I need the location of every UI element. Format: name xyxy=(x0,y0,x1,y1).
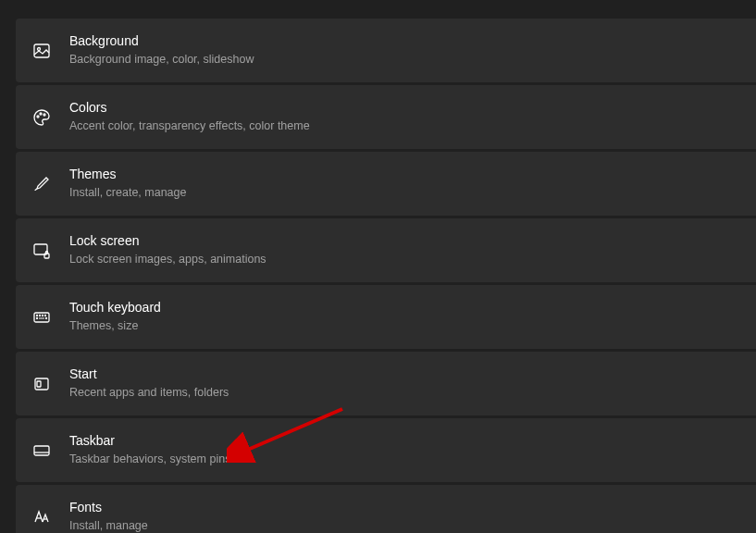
svg-point-12 xyxy=(37,317,38,318)
svg-rect-16 xyxy=(37,381,41,387)
settings-item-taskbar[interactable]: Taskbar Taskbar behaviors, system pins xyxy=(16,418,756,482)
svg-point-14 xyxy=(46,317,47,318)
start-icon xyxy=(31,373,53,395)
svg-point-11 xyxy=(45,315,46,316)
svg-point-1 xyxy=(38,47,41,50)
item-subtitle: Install, create, manage xyxy=(69,185,186,202)
image-icon xyxy=(31,40,53,62)
fonts-icon xyxy=(31,506,53,528)
settings-item-themes[interactable]: Themes Install, create, manage xyxy=(16,152,756,216)
item-title: Themes xyxy=(69,166,186,184)
palette-icon xyxy=(31,106,53,129)
svg-point-8 xyxy=(37,315,38,316)
item-title: Taskbar xyxy=(69,432,230,451)
item-title: Colors xyxy=(69,99,310,118)
item-subtitle: Background image, color, slideshow xyxy=(69,52,254,68)
item-title: Fonts xyxy=(69,499,148,517)
item-title: Start xyxy=(69,366,229,384)
svg-point-3 xyxy=(40,113,42,115)
keyboard-icon xyxy=(31,306,53,328)
item-title: Lock screen xyxy=(69,232,266,251)
settings-item-background[interactable]: Background Background image, color, slid… xyxy=(16,19,756,82)
item-subtitle: Recent apps and items, folders xyxy=(69,385,229,402)
taskbar-icon xyxy=(31,440,53,462)
brush-icon xyxy=(31,173,53,195)
lock-screen-icon xyxy=(31,240,53,262)
settings-item-colors[interactable]: Colors Accent color, transparency effect… xyxy=(16,85,756,149)
item-title: Touch keyboard xyxy=(69,299,161,317)
svg-point-9 xyxy=(40,315,41,316)
svg-rect-17 xyxy=(34,446,49,455)
svg-rect-7 xyxy=(34,313,49,322)
svg-point-2 xyxy=(37,116,39,118)
item-subtitle: Lock screen images, apps, animations xyxy=(69,252,266,268)
settings-item-start[interactable]: Start Recent apps and items, folders xyxy=(16,352,756,415)
settings-item-fonts[interactable]: Fonts Install, manage xyxy=(16,485,756,533)
item-title: Background xyxy=(69,32,254,51)
item-subtitle: Themes, size xyxy=(69,318,161,335)
settings-item-lock-screen[interactable]: Lock screen Lock screen images, apps, an… xyxy=(16,218,756,282)
item-subtitle: Taskbar behaviors, system pins xyxy=(69,452,230,468)
item-subtitle: Install, manage xyxy=(69,518,148,533)
svg-point-4 xyxy=(43,114,45,116)
settings-item-touch-keyboard[interactable]: Touch keyboard Themes, size xyxy=(16,285,756,349)
svg-point-10 xyxy=(43,315,43,316)
item-subtitle: Accent color, transparency effects, colo… xyxy=(69,118,310,135)
